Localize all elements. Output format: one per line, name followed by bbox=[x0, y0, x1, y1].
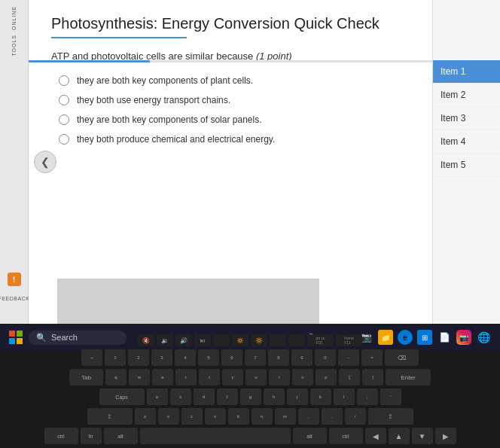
key-g[interactable]: g bbox=[240, 389, 261, 405]
fn-key-play[interactable]: ⏯ bbox=[194, 334, 211, 346]
key-a[interactable]: a bbox=[147, 389, 168, 405]
folder-icon[interactable]: 📁 bbox=[378, 330, 393, 345]
browser-icon[interactable]: e bbox=[398, 330, 413, 345]
key-z[interactable]: z bbox=[135, 408, 156, 425]
key-quote[interactable]: ' bbox=[380, 389, 401, 405]
chrome-icon[interactable]: 🌐 bbox=[476, 330, 491, 345]
key-m[interactable]: m bbox=[275, 408, 296, 425]
key-l[interactable]: l bbox=[334, 389, 355, 405]
taskbar-search[interactable]: 🔍 Search bbox=[29, 331, 127, 345]
key-y[interactable]: y bbox=[222, 369, 243, 386]
key-tilde[interactable]: ~ bbox=[81, 349, 102, 366]
key-tab[interactable]: Tab bbox=[69, 369, 103, 386]
key-b[interactable]: b bbox=[228, 408, 249, 425]
file-icon[interactable]: 📄 bbox=[437, 330, 452, 345]
win-square-1 bbox=[9, 331, 15, 337]
key-p[interactable]: p bbox=[316, 369, 337, 386]
key-w[interactable]: w bbox=[129, 369, 150, 386]
key-d[interactable]: d bbox=[194, 389, 215, 405]
fn-key-bright-up[interactable]: 🔆 bbox=[251, 334, 267, 346]
option-item-2[interactable]: they both use energy transport chains. bbox=[59, 95, 410, 105]
option-item-1[interactable]: they are both key components of plant ce… bbox=[59, 75, 410, 86]
key-alt-left[interactable]: alt bbox=[104, 428, 138, 444]
key-3[interactable]: 3 bbox=[151, 349, 172, 366]
key-arrow-right[interactable]: ▶ bbox=[435, 428, 456, 444]
store-icon[interactable]: ⊞ bbox=[417, 330, 432, 345]
radio-option-4[interactable] bbox=[59, 134, 69, 145]
key-u[interactable]: u bbox=[245, 369, 267, 386]
key-minus[interactable]: - bbox=[338, 349, 359, 366]
windows-start-button[interactable] bbox=[9, 331, 23, 344]
win-square-4 bbox=[17, 338, 23, 344]
key-period[interactable]: . bbox=[322, 408, 343, 425]
key-6[interactable]: 6 bbox=[221, 349, 242, 366]
item-entry-4[interactable]: Item 4 bbox=[433, 130, 500, 154]
back-button[interactable]: ❮ bbox=[34, 151, 56, 173]
key-h[interactable]: h bbox=[264, 389, 285, 405]
item-entry-5[interactable]: Item 5 bbox=[433, 154, 500, 177]
key-v[interactable]: v bbox=[205, 408, 226, 425]
fn-key-home[interactable]: homeF11 bbox=[336, 334, 362, 346]
key-e[interactable]: e bbox=[152, 369, 173, 386]
option-text-4: they both produce chemical and electrica… bbox=[77, 134, 275, 145]
fn-key-f5[interactable] bbox=[213, 334, 230, 346]
key-x[interactable]: x bbox=[158, 408, 179, 425]
key-n[interactable]: n bbox=[252, 408, 273, 425]
key-equals[interactable]: = bbox=[361, 349, 383, 366]
key-semicolon[interactable]: ; bbox=[357, 389, 378, 405]
key-f[interactable]: f bbox=[217, 389, 238, 405]
fn-key-bright-down[interactable]: 🔅 bbox=[232, 334, 248, 346]
key-space[interactable] bbox=[140, 428, 291, 444]
key-arrow-left[interactable]: ◀ bbox=[365, 428, 386, 444]
alert-icon[interactable]: ! bbox=[8, 273, 21, 286]
key-backspace[interactable]: ⌫ bbox=[385, 349, 419, 366]
item-entry-2[interactable]: Item 2 bbox=[433, 84, 500, 107]
key-1[interactable]: 1 bbox=[105, 349, 126, 366]
key-bracket-close[interactable]: ] bbox=[362, 369, 383, 386]
keyboard-row-numbers: ~ 1 2 3 4 5 6 7 8 9 0 - = ⌫ bbox=[81, 349, 419, 366]
key-ctrl-right[interactable]: ctrl bbox=[329, 428, 363, 444]
radio-option-1[interactable] bbox=[59, 75, 69, 86]
key-arrow-down[interactable]: ▼ bbox=[412, 428, 433, 444]
key-slash[interactable]: / bbox=[345, 408, 366, 425]
fn-key-prtsc[interactable]: prt scF10 bbox=[307, 334, 334, 346]
fn-key-f9[interactable] bbox=[288, 334, 305, 346]
key-o[interactable]: o bbox=[292, 369, 313, 386]
key-k[interactable]: k bbox=[310, 389, 331, 405]
key-shift-right[interactable]: ⇧ bbox=[368, 408, 413, 425]
key-comma[interactable]: , bbox=[298, 408, 319, 425]
key-c[interactable]: c bbox=[181, 408, 203, 425]
option-item-3[interactable]: they are both key components of solar pa… bbox=[59, 114, 410, 125]
key-i[interactable]: i bbox=[269, 369, 290, 386]
key-4[interactable]: 4 bbox=[175, 349, 196, 366]
fn-key-mute[interactable]: 🔇 bbox=[138, 334, 154, 346]
radio-option-2[interactable] bbox=[59, 95, 69, 105]
item-entry-3[interactable]: Item 3 bbox=[433, 107, 500, 130]
key-8[interactable]: 8 bbox=[268, 349, 289, 366]
key-t[interactable]: t bbox=[199, 369, 220, 386]
radio-option-3[interactable] bbox=[59, 114, 69, 125]
instagram-icon[interactable]: 📷 bbox=[456, 330, 471, 345]
key-enter[interactable]: Enter bbox=[386, 369, 431, 386]
key-ctrl-left[interactable]: ctrl bbox=[44, 428, 78, 444]
key-0[interactable]: 0 bbox=[315, 349, 336, 366]
key-alt-right[interactable]: alt bbox=[293, 428, 327, 444]
key-5[interactable]: 5 bbox=[198, 349, 219, 366]
key-fn[interactable]: fn bbox=[81, 428, 102, 444]
key-j[interactable]: j bbox=[287, 389, 308, 405]
fn-key-vol-up[interactable]: 🔊 bbox=[175, 334, 192, 346]
key-caps[interactable]: Caps bbox=[99, 389, 145, 405]
key-s[interactable]: s bbox=[170, 389, 191, 405]
key-r[interactable]: r bbox=[175, 369, 197, 386]
key-9[interactable]: 9 bbox=[291, 349, 312, 366]
key-arrow-up[interactable]: ▲ bbox=[389, 428, 410, 444]
item-entry-1[interactable]: Item 1 bbox=[433, 60, 500, 84]
key-q[interactable]: q bbox=[105, 369, 127, 386]
key-2[interactable]: 2 bbox=[128, 349, 149, 366]
key-7[interactable]: 7 bbox=[245, 349, 266, 366]
option-item-4[interactable]: they both produce chemical and electrica… bbox=[59, 134, 410, 145]
key-bracket-open[interactable]: [ bbox=[339, 369, 360, 386]
fn-key-f8[interactable] bbox=[270, 334, 286, 346]
key-shift-left[interactable]: ⇧ bbox=[87, 408, 133, 425]
fn-key-vol-down[interactable]: 🔉 bbox=[157, 334, 173, 346]
